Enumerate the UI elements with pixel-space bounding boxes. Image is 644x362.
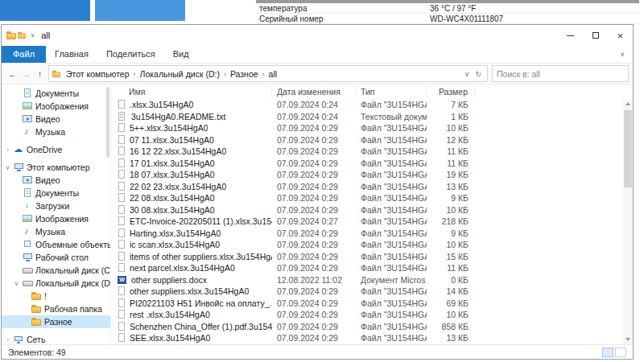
maximize-button[interactable] bbox=[583, 25, 608, 46]
spec-row-serial-number: Серийный номер WD-WC4X01111807 bbox=[256, 14, 639, 24]
file-row[interactable]: ic scan.xlsx.3u154HgA007.09.2024 0:29Фай… bbox=[111, 239, 633, 251]
sidebar-item[interactable]: Видео bbox=[2, 113, 110, 125]
sidebar-items: ДокументыИзображенияВидеоМузыка›OneDrive… bbox=[2, 87, 110, 344]
file-row[interactable]: 17 01.xlsx.3u154HgA007.09.2024 0:29Файл … bbox=[111, 158, 633, 170]
address-dropdown-icon[interactable]: ∨ bbox=[464, 70, 470, 78]
video-icon bbox=[23, 114, 33, 124]
column-header-size[interactable]: Размер bbox=[427, 84, 475, 99]
file-row[interactable]: next parcel.xlsx.3u154HgA007.09.2024 0:2… bbox=[111, 262, 633, 274]
ribbon-tab-share[interactable]: Поделиться bbox=[97, 46, 164, 63]
file-name-cell: next parcel.xlsx.3u154HgA0 bbox=[111, 263, 272, 273]
sidebar-item[interactable]: Рабочая папка bbox=[2, 302, 110, 315]
breadcrumb-item[interactable]: all bbox=[265, 69, 282, 79]
file-row[interactable]: 30 08.xlsx.3u154HgA007.09.2024 0:29Файл … bbox=[111, 204, 633, 216]
file-row[interactable]: 07 11.xlsx.3u154HgA007.09.2024 0:29Файл … bbox=[111, 134, 633, 146]
file-name-cell: .xlsx.3u154HgA0 bbox=[111, 100, 272, 109]
list-scrollbar-thumb[interactable] bbox=[624, 110, 632, 187]
ribbon-tab-view[interactable]: Вид bbox=[164, 46, 198, 63]
breadcrumb-item[interactable]: Этот компьютер bbox=[62, 69, 134, 79]
close-button[interactable]: × bbox=[608, 25, 633, 46]
file-name-cell: Schenzhen China_Offer (1).pdf.3u154HgA0 bbox=[111, 322, 272, 331]
file-row[interactable]: SEE.xlsx.3u154HgA007.09.2024 0:29Файл "3… bbox=[111, 332, 633, 344]
sidebar-scrollbar-thumb[interactable] bbox=[106, 87, 109, 158]
file-row[interactable]: 22 02 23.xlsx.3u154HgA007.09.2024 0:29Фа… bbox=[111, 181, 633, 193]
sidebar-item[interactable]: Локальный диск (C:) bbox=[2, 264, 110, 277]
file-name: other suppliers.xlsx.3u154HgA0 bbox=[130, 286, 249, 296]
column-header-type[interactable]: Тип bbox=[356, 84, 427, 99]
file-name-cell: ic scan.xlsx.3u154HgA0 bbox=[111, 240, 272, 249]
column-header-date-modified[interactable]: Дата изменения bbox=[272, 84, 356, 99]
ribbon-tab-file[interactable]: Файл bbox=[2, 46, 46, 63]
file-row[interactable]: Harting.xlsx.3u154HgA007.09.2024 0:29Фай… bbox=[111, 228, 633, 240]
file-size: 0 КБ bbox=[427, 275, 475, 285]
refresh-icon[interactable]: ↻ bbox=[475, 70, 481, 78]
breadcrumb[interactable]: Этот компьютер›Локальный диск (D:)›Разно… bbox=[48, 65, 488, 82]
quick-access-folder-icon[interactable] bbox=[18, 31, 27, 39]
file-row[interactable]: 16 12 22.xlsx.3u154HgA007.09.2024 0:29Фа… bbox=[111, 146, 633, 158]
sidebar-item[interactable]: Разное bbox=[2, 315, 110, 328]
sidebar-item-label: Локальный диск (C:) bbox=[35, 265, 110, 275]
details-view-button[interactable] bbox=[602, 348, 613, 357]
minimize-button[interactable] bbox=[558, 25, 583, 46]
spec-label: температура bbox=[256, 4, 430, 13]
ribbon-tab-home[interactable]: Главная bbox=[46, 46, 97, 63]
sidebar-item[interactable]: Документы bbox=[2, 187, 110, 200]
search-input[interactable]: Поиск в: all bbox=[492, 65, 629, 82]
sidebar-item[interactable]: Рабочий стол bbox=[2, 251, 110, 264]
file-icon bbox=[118, 310, 126, 319]
sidebar-item[interactable]: Музыка bbox=[2, 125, 110, 138]
breadcrumb-item[interactable]: Разное bbox=[226, 69, 262, 79]
expand-open-icon[interactable]: ∨ bbox=[4, 164, 11, 171]
expand-open-icon[interactable]: ∨ bbox=[13, 280, 20, 287]
music-icon bbox=[23, 127, 33, 137]
breadcrumb-item[interactable]: Локальный диск (D:) bbox=[136, 69, 224, 79]
file-row[interactable]: ETC-Invoice-202205011 (1).xlsx.3u154HgA0… bbox=[111, 216, 633, 228]
sidebar-item[interactable]: ∨Локальный диск (D:) bbox=[2, 277, 110, 290]
sidebar-item[interactable]: Изображения bbox=[2, 212, 110, 225]
sidebar-item[interactable]: Музыка bbox=[2, 225, 110, 238]
sidebar-item[interactable]: Объемные объекты bbox=[2, 238, 110, 251]
sidebar-item[interactable]: ∨Этот компьютер bbox=[2, 161, 110, 174]
drive-icon bbox=[23, 265, 33, 275]
sidebar-item[interactable]: Видео bbox=[2, 174, 110, 187]
back-button[interactable]: ← bbox=[6, 69, 19, 79]
sidebar-item[interactable]: Документы bbox=[2, 87, 110, 100]
list-scrollbar[interactable] bbox=[623, 99, 633, 344]
thumbnails-view-button[interactable] bbox=[615, 348, 626, 357]
column-header-name[interactable]: Имя bbox=[111, 84, 272, 99]
file-row[interactable]: items of other suppliers.xlsx.3u154HgA00… bbox=[111, 251, 633, 263]
forward-button[interactable]: → bbox=[19, 69, 33, 79]
file-row[interactable]: 5++.xlsx.3u154HgA007.09.2024 0:29Файл "3… bbox=[111, 122, 633, 134]
sidebar-item-label: Видео bbox=[35, 114, 60, 124]
file-name: ETC-Invoice-202205011 (1).xlsx.3u154HgA0 bbox=[130, 216, 272, 226]
file-row[interactable]: rest .xlsx.3u154HgA007.09.2024 0:29Файл … bbox=[111, 309, 633, 321]
sidebar-item[interactable]: Загрузки bbox=[2, 200, 110, 212]
file-row[interactable]: 3u154HgA0.README.txt07.09.2024 0:24Текст… bbox=[111, 111, 633, 123]
ribbon-collapse-icon[interactable]: ∨ bbox=[620, 51, 625, 58]
qat-chevron-down-icon[interactable]: ∨ bbox=[31, 32, 35, 39]
expand-closed-icon[interactable]: › bbox=[4, 336, 11, 343]
file-name: 16 12 22.xlsx.3u154HgA0 bbox=[130, 146, 226, 156]
sidebar-item[interactable]: ! bbox=[2, 290, 110, 302]
expand-closed-icon[interactable]: › bbox=[4, 146, 11, 154]
file-row[interactable]: Schenzhen China_Offer (1).pdf.3u154HgA00… bbox=[111, 321, 633, 333]
sidebar-scrollbar[interactable] bbox=[105, 87, 110, 342]
up-button[interactable]: ↑ bbox=[33, 69, 47, 79]
file-row[interactable]: other suppliers.xlsx.3u154HgA007.09.2024… bbox=[111, 286, 633, 298]
file-row[interactable]: PI20221103 H51 Инвойс на оплату_.doc...0… bbox=[111, 298, 633, 310]
file-row[interactable]: .xlsx.3u154HgA007.09.2024 0:24Файл "3U15… bbox=[111, 99, 633, 111]
sidebar-item[interactable]: ›OneDrive bbox=[2, 143, 110, 156]
sidebar-item[interactable]: Изображения bbox=[2, 100, 110, 113]
file-row[interactable]: other suppliers.docx12.08.2022 11:02Доку… bbox=[111, 274, 633, 286]
file-row[interactable]: 18 07.xlsx.3u154HgA007.09.2024 0:29Файл … bbox=[111, 169, 633, 181]
file-name: 22 02 23.xlsx.3u154HgA0 bbox=[130, 182, 226, 191]
scroll-down-icon[interactable] bbox=[623, 335, 633, 344]
pictures-icon bbox=[23, 101, 33, 111]
scroll-up-icon[interactable] bbox=[623, 99, 633, 109]
file-row[interactable]: shipment.xlsx.3u154HgA007.09.2024 0:29Фа… bbox=[111, 344, 633, 345]
file-icon bbox=[118, 286, 126, 296]
titlebar[interactable]: ∨ all × bbox=[2, 25, 633, 46]
sidebar-item-label: Разное bbox=[44, 317, 72, 327]
file-row[interactable]: 22 08.xlsx.3u154HgA007.09.2024 0:29Файл … bbox=[111, 192, 633, 204]
sidebar-item[interactable]: ›Сеть bbox=[2, 333, 110, 344]
